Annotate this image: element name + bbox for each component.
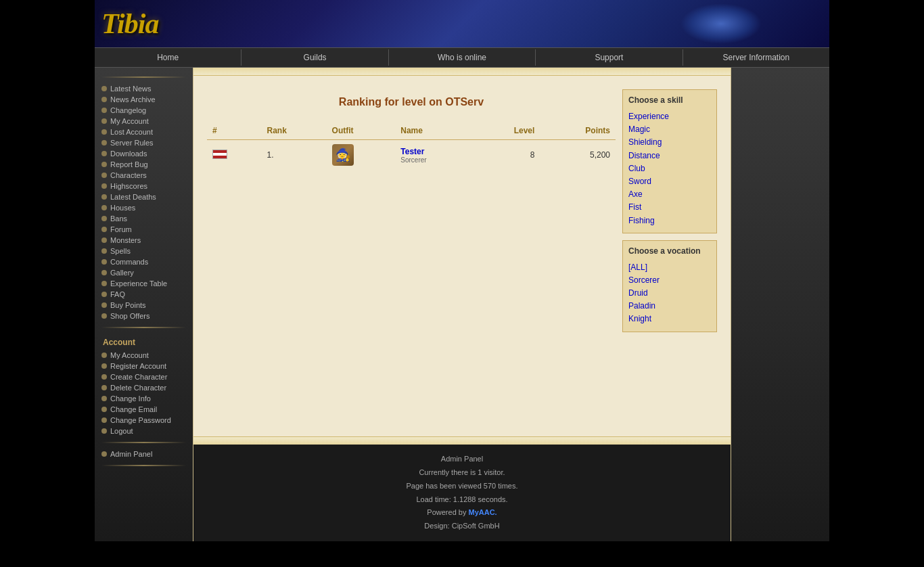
sidebar-item-latest-news[interactable]: Latest News bbox=[95, 83, 193, 94]
vocation-paladin[interactable]: Paladin bbox=[628, 300, 711, 313]
choose-vocation-box: Choose a vocation [ALL] Sorcerer Druid P… bbox=[622, 240, 717, 332]
sidebar-item-admin-panel[interactable]: Admin Panel bbox=[95, 449, 193, 459]
sidebar-item-change-info[interactable]: Change Info bbox=[95, 393, 193, 404]
sidebar-item-lost-account[interactable]: Lost Account bbox=[95, 127, 193, 137]
sidebar-item-server-rules[interactable]: Server Rules bbox=[95, 137, 193, 148]
sidebar-item-create-character[interactable]: Create Character bbox=[95, 371, 193, 382]
vocation-sorcerer[interactable]: Sorcerer bbox=[628, 274, 711, 287]
bullet-icon bbox=[101, 151, 107, 156]
sidebar-item-experience-table[interactable]: Experience Table bbox=[95, 278, 193, 289]
sidebar-item-commands[interactable]: Commands bbox=[95, 256, 193, 267]
sidebar-item-monsters[interactable]: Monsters bbox=[95, 235, 193, 246]
nav-who-is-online[interactable]: Who is online bbox=[389, 49, 536, 66]
sidebar-item-report-bug[interactable]: Report Bug bbox=[95, 159, 193, 170]
row-outfit: 🧙 bbox=[327, 140, 396, 171]
sidebar-item-characters[interactable]: Characters bbox=[95, 170, 193, 181]
bullet-icon bbox=[101, 417, 107, 423]
ranking-table: # Rank Outfit Name Level Points bbox=[207, 122, 616, 170]
sidebar-divider-top bbox=[101, 76, 186, 78]
sidebar-item-downloads[interactable]: Downloads bbox=[95, 148, 193, 159]
bullet-icon bbox=[101, 227, 107, 232]
bullet-icon bbox=[101, 173, 107, 178]
vocation-all[interactable]: [ALL] bbox=[628, 261, 711, 274]
nav-server-information[interactable]: Server Information bbox=[683, 49, 829, 66]
design-text: CipSoft GmbH bbox=[452, 522, 500, 530]
nav-home[interactable]: Home bbox=[95, 49, 241, 66]
bullet-icon bbox=[101, 237, 107, 243]
visitor-count: Currently there is 1 visitor. bbox=[202, 466, 722, 480]
skill-axe[interactable]: Axe bbox=[628, 188, 711, 201]
sidebar-item-delete-character[interactable]: Delete Character bbox=[95, 382, 193, 393]
sidebar-item-bans[interactable]: Bans bbox=[95, 213, 193, 224]
sidebar-item-latest-deaths[interactable]: Latest Deaths bbox=[95, 191, 193, 202]
skill-shielding[interactable]: Shielding bbox=[628, 136, 711, 149]
sidebar-divider-admin-top bbox=[101, 442, 186, 443]
choose-skill-box: Choose a skill Experience Magic Shieldin… bbox=[622, 89, 717, 233]
bullet-icon bbox=[101, 259, 107, 265]
bullet-icon bbox=[101, 281, 107, 286]
bullet-icon bbox=[101, 353, 107, 358]
logo: Tibia bbox=[101, 7, 158, 40]
skill-experience[interactable]: Experience bbox=[628, 110, 711, 123]
bullet-icon bbox=[101, 374, 107, 380]
sidebar-item-gallery[interactable]: Gallery bbox=[95, 267, 193, 278]
sidebar-divider-mid bbox=[101, 327, 186, 328]
powered-by-link[interactable]: MyAAC. bbox=[468, 508, 496, 516]
skill-fishing[interactable]: Fishing bbox=[628, 214, 711, 227]
col-hash: # bbox=[207, 122, 262, 140]
footer: Admin Panel Currently there is 1 visitor… bbox=[193, 445, 731, 541]
bullet-icon bbox=[101, 97, 107, 102]
parchment-top bbox=[193, 68, 731, 76]
design-prefix: Design: bbox=[424, 522, 451, 530]
player-name-link[interactable]: Tester bbox=[400, 147, 424, 156]
sidebar-item-my-account[interactable]: My Account bbox=[95, 116, 193, 127]
vocation-druid[interactable]: Druid bbox=[628, 287, 711, 300]
player-vocation: Sorcerer bbox=[400, 156, 467, 164]
vocation-knight[interactable]: Knight bbox=[628, 313, 711, 325]
sidebar-item-buy-points[interactable]: Buy Points bbox=[95, 300, 193, 311]
sidebar-item-houses[interactable]: Houses bbox=[95, 202, 193, 213]
sidebar-item-register-account[interactable]: Register Account bbox=[95, 361, 193, 371]
col-name: Name bbox=[395, 122, 473, 140]
bullet-icon bbox=[101, 86, 107, 91]
bullet-icon bbox=[101, 140, 107, 145]
sidebar-item-highscores[interactable]: Highscores bbox=[95, 181, 193, 191]
choose-vocation-title: Choose a vocation bbox=[628, 246, 711, 256]
sidebar-item-spells[interactable]: Spells bbox=[95, 246, 193, 256]
sidebar-item-forum[interactable]: Forum bbox=[95, 224, 193, 235]
sidebar-item-change-password[interactable]: Change Password bbox=[95, 415, 193, 426]
bullet-icon bbox=[101, 216, 107, 221]
main-layout: Latest News News Archive Changelog My Ac… bbox=[95, 68, 829, 541]
col-level: Level bbox=[473, 122, 540, 140]
choose-skill-title: Choose a skill bbox=[628, 95, 711, 105]
table-row: 1. 🧙 Tester Sorcerer 8 5,200 bbox=[207, 140, 616, 171]
bullet-icon bbox=[101, 205, 107, 210]
bullet-icon bbox=[101, 302, 107, 308]
row-rank: 1. bbox=[262, 140, 327, 171]
col-outfit: Outfit bbox=[327, 122, 396, 140]
design-credit: Design: CipSoft GmbH bbox=[202, 520, 722, 533]
sidebar-item-changelog[interactable]: Changelog bbox=[95, 105, 193, 116]
row-flag bbox=[207, 140, 262, 171]
sidebar-item-change-email[interactable]: Change Email bbox=[95, 404, 193, 415]
country-flag bbox=[212, 150, 227, 159]
header: Tibia bbox=[95, 0, 829, 47]
ranking-title: Ranking for level on OTServ bbox=[207, 96, 616, 108]
skill-sword[interactable]: Sword bbox=[628, 175, 711, 188]
sidebar-item-account-my[interactable]: My Account bbox=[95, 350, 193, 361]
content-area: Ranking for level on OTServ # Rank Outfi… bbox=[193, 68, 731, 541]
skill-fist[interactable]: Fist bbox=[628, 201, 711, 214]
sidebar-item-shop-offers[interactable]: Shop Offers bbox=[95, 311, 193, 321]
skill-magic[interactable]: Magic bbox=[628, 123, 711, 136]
powered-by-prefix: Powered by bbox=[427, 508, 468, 516]
bullet-icon bbox=[101, 162, 107, 167]
skill-club[interactable]: Club bbox=[628, 162, 711, 175]
nav-support[interactable]: Support bbox=[536, 49, 683, 66]
sidebar-item-logout[interactable]: Logout bbox=[95, 426, 193, 436]
nav-guilds[interactable]: Guilds bbox=[241, 49, 388, 66]
sidebar-item-faq[interactable]: FAQ bbox=[95, 289, 193, 300]
admin-panel-link[interactable]: Admin Panel bbox=[202, 453, 722, 466]
page-views: Page has been viewed 570 times. bbox=[202, 480, 722, 493]
sidebar-item-news-archive[interactable]: News Archive bbox=[95, 94, 193, 105]
skill-distance[interactable]: Distance bbox=[628, 150, 711, 162]
